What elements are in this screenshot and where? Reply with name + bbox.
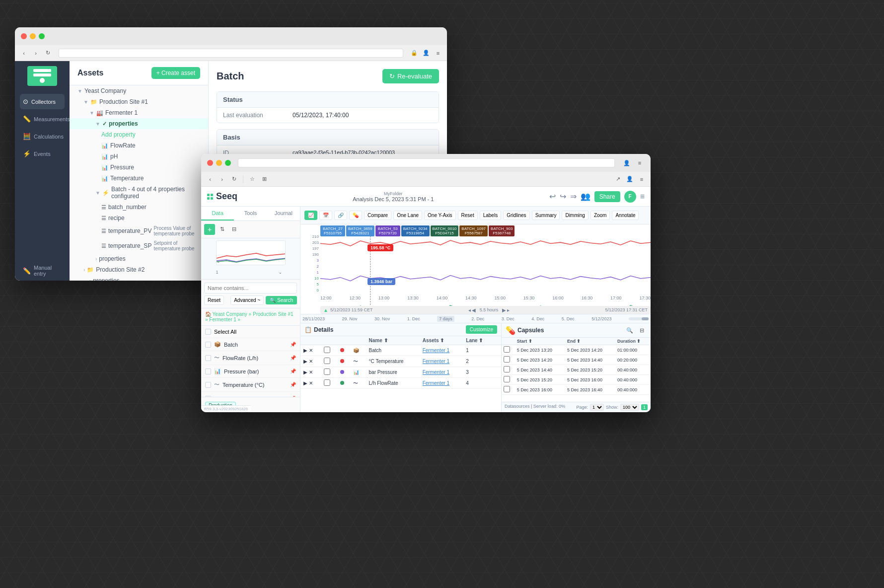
cap-check-4[interactable] [504,376,510,382]
tab-journal[interactable]: Journal [267,207,300,220]
reset-button[interactable]: Reset [204,295,224,305]
result-flowrate[interactable]: 〜 FlowRate (L/h) 📌 [201,351,300,365]
tree-item-properties[interactable]: ▼ ✓ properties [70,118,208,129]
next-button[interactable]: ▸ [507,307,510,313]
tree-item-pressure[interactable]: 📊 Pressure [70,162,208,173]
bookmark-icon[interactable]: ☆ [247,174,257,184]
sidebar-item-calculations[interactable]: 🧮 Calculations [20,129,65,144]
capsules-filter-button[interactable]: ⊟ [637,325,647,335]
pin-icon-3[interactable]: 📌 [290,368,296,374]
tree-item-batch[interactable]: ▼ ⚡ Batch - 4 out of 4 properties config… [70,184,208,202]
select-all-item[interactable]: Select All [201,326,300,338]
people-icon[interactable]: 👥 [581,192,590,201]
dimming-button[interactable]: Dimming [562,211,588,220]
prev-button[interactable]: ◂ [468,307,471,313]
seeq-back-button[interactable]: ‹ [205,174,215,184]
tree-item-batch-number[interactable]: ☰ batch_number [70,202,208,213]
tree-item-add-property[interactable]: Add property [70,129,208,140]
chain-button[interactable]: 🔗 [334,211,347,220]
detail-check-2[interactable] [324,358,330,364]
labels-button[interactable]: Labels [480,211,501,220]
seeq-nav-icon[interactable]: ⊞ [259,174,269,184]
share-button[interactable]: Share [594,191,620,202]
tree-item-temp-pv[interactable]: ☰ temperature_PV Process Value of temper… [70,223,208,238]
summary-button[interactable]: Summary [532,211,560,220]
maximize-button[interactable] [39,33,45,39]
create-asset-button[interactable]: + Create asset [151,67,200,79]
sidebar-item-manual-entry[interactable]: ✏️ Manual entry [20,261,65,281]
gridlines-button[interactable]: Gridlines [503,211,529,220]
back-button[interactable]: ‹ [19,48,29,58]
tree-item-temperature[interactable]: 📊 Temperature [70,173,208,184]
forward-button[interactable]: › [31,48,41,58]
pin-icon[interactable]: 📌 [290,342,296,347]
seeq-user-icon[interactable]: 👤 [622,158,632,168]
search-button[interactable]: 🔍 Search [266,296,297,304]
cap-check-5[interactable] [504,386,510,392]
tab-data[interactable]: Data [201,207,234,220]
detail-asset-2[interactable]: Fermenter 1 [423,359,449,364]
calendar-button[interactable]: 📅 [319,211,332,220]
nav-range-handle[interactable] [629,317,649,320]
tree-item-recipe[interactable]: ☰ recipe [70,213,208,223]
select-all-checkbox[interactable] [205,329,211,335]
line-chart-button[interactable]: 📈 [304,211,317,220]
seeq-forward-button[interactable]: › [217,174,227,184]
seeq-menu-icon[interactable]: ≡ [635,158,645,168]
tree-item-ph[interactable]: 📊 pH [70,151,208,162]
flowrate-checkbox[interactable] [205,355,211,361]
batch-checkbox[interactable] [205,342,211,348]
redo-button[interactable]: ↪ [560,192,566,201]
detail-asset-1[interactable]: Fermenter 1 [423,348,449,353]
one-yaxis-button[interactable]: One Y-Axis [424,211,455,220]
sidebar-item-collectors[interactable]: ⊙ Collectors [20,94,65,109]
filter-button[interactable]: ⊟ [229,224,239,234]
capsules-search-button[interactable]: 🔍 [625,325,635,335]
capsule-button[interactable]: 💊 [349,211,362,220]
menu-icon[interactable]: ≡ [433,48,443,58]
result-batch[interactable]: 📦 Batch 📌 [201,338,300,351]
cap-check-3[interactable] [504,366,510,372]
result-ph[interactable]: 〜 pH 📌 [201,392,300,397]
advanced-button[interactable]: Advanced ~ [230,295,264,305]
annotate-button[interactable]: Annotate [612,211,639,220]
forward-button2[interactable]: ⇒ [570,192,577,201]
prev2-button[interactable]: ◀ [472,307,476,313]
cap-check-1[interactable] [504,346,510,353]
seeq-menu2-icon[interactable]: ≡ [637,174,647,184]
cap-check-2[interactable] [504,356,510,363]
page-select[interactable]: 1 [590,404,604,411]
tree-item-prod-site-2[interactable]: › 📁 Production Site #2 [70,264,208,275]
seeq-maximize-button[interactable] [225,160,231,166]
minimize-button[interactable] [30,33,36,39]
refresh-button[interactable]: ↻ [43,48,53,58]
tree-item-flowrate[interactable]: 📊 FlowRate [70,140,208,151]
share-icon[interactable]: ↗ [613,174,623,184]
compare-button[interactable]: Compare [364,211,391,220]
tree-item-properties2[interactable]: › properties [70,253,208,264]
hamburger-menu[interactable]: ≡ [640,192,645,201]
one-lane-button[interactable]: One Lane [393,211,422,220]
pin-icon-4[interactable]: 📌 [290,382,296,387]
temperature-checkbox[interactable] [205,382,211,388]
show-select[interactable]: 100 [620,404,639,411]
seeq-user2-icon[interactable]: 👤 [625,174,635,184]
detail-check-1[interactable] [324,347,330,353]
user-icon[interactable]: 👤 [421,48,431,58]
tree-item-prod-site-1[interactable]: ▼ 📁 Production Site #1 [70,96,208,107]
detail-check-3[interactable] [324,368,330,375]
tree-item-properties3[interactable]: › properties [70,275,208,281]
reevaluate-button[interactable]: ↻ Re-evaluate [382,69,439,83]
detail-check-4[interactable] [324,379,330,386]
seeq-close-button[interactable] [207,160,213,166]
tree-item-temp-sp[interactable]: ☰ temperature_SP Setpoint of temperature… [70,238,208,253]
result-pressure[interactable]: 📊 Pressure (bar) 📌 [201,365,300,378]
seeq-minimize-button[interactable] [216,160,222,166]
tree-item-fermenter-1[interactable]: ▼ 🏭 Fermenter 1 [70,107,208,118]
undo-button[interactable]: ↩ [549,192,556,201]
expand-button[interactable]: ⌄ [276,267,286,277]
customize-button[interactable]: Customize [466,325,497,334]
detail-asset-4[interactable]: Fermenter 1 [423,380,449,386]
search-name-input[interactable] [204,283,297,294]
sidebar-item-measurements[interactable]: 📏 Measurements [20,111,65,127]
